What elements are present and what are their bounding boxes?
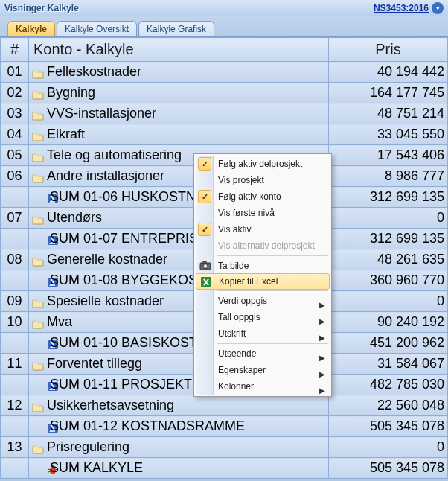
- context-menu-item[interactable]: Egenskaper▶: [196, 362, 330, 378]
- tab-kalkyle-oversikt[interactable]: Kalkyle Oversikt: [57, 21, 137, 36]
- row-num: [1, 458, 29, 479]
- tab-kalkyle-grafisk[interactable]: Kalkyle Grafisk: [138, 21, 214, 36]
- row-price: 33 045 550: [329, 124, 448, 145]
- context-menu-item[interactable]: ✓Følg aktiv delprosjekt: [196, 156, 330, 172]
- folder-icon: [32, 88, 44, 98]
- context-menu-item[interactable]: Kolonner▶: [196, 378, 330, 395]
- row-price: 40 194 442: [329, 62, 448, 83]
- folder-icon: [32, 442, 44, 453]
- camera-icon: [199, 260, 211, 272]
- context-menu-label: Egenskaper: [218, 365, 266, 375]
- context-menu-label: Følg aktiv delprosjekt: [218, 159, 302, 169]
- row-num: 09: [1, 291, 29, 312]
- row-num: 03: [1, 103, 29, 124]
- context-menu-item[interactable]: Utseende▶: [196, 345, 330, 362]
- row-price: 505 345 078: [329, 416, 448, 437]
- check-icon: ✓: [198, 190, 211, 203]
- folder-icon: [32, 296, 44, 307]
- check-icon: ✓: [198, 223, 211, 236]
- sigma-icon: [32, 275, 47, 286]
- context-menu-label: Tall oppgis: [218, 312, 260, 322]
- row-num: [1, 333, 29, 354]
- folder-icon: [32, 317, 44, 328]
- context-menu-label: Verdi oppgis: [218, 296, 267, 306]
- row-price: 312 699 135: [329, 229, 448, 249]
- row-price: 505 345 078: [329, 458, 448, 479]
- context-menu-item: Vis alternativ delprosjekt: [196, 238, 330, 254]
- row-num: 02: [1, 83, 29, 103]
- row-label: VVS-installasjoner: [29, 103, 329, 124]
- row-price: 312 699 135: [329, 187, 448, 208]
- context-menu-item[interactable]: ✓Vis aktiv: [196, 221, 330, 238]
- table-row[interactable]: 02Bygning164 177 745: [1, 83, 448, 103]
- row-price: 451 200 962: [329, 333, 448, 354]
- standard-link[interactable]: NS3453:2016: [374, 3, 429, 13]
- row-num: 08: [1, 249, 29, 270]
- context-menu-label: Vis prosjekt: [218, 175, 264, 185]
- folder-icon: [32, 171, 44, 182]
- context-menu-label: Vis første nivå: [218, 208, 275, 218]
- context-menu-label: Vis alternativ delprosjekt: [218, 241, 315, 251]
- row-label: Elkraft: [29, 124, 329, 145]
- context-menu-separator: [217, 255, 328, 256]
- context-menu-label: Følg aktiv konto: [218, 191, 281, 202]
- context-menu-item[interactable]: Ta bilde: [196, 258, 330, 274]
- table-row[interactable]: SUM KALKYLE505 345 078: [1, 458, 448, 479]
- folder-icon: [32, 130, 44, 140]
- excel-icon: [200, 276, 212, 288]
- sigma-icon: [32, 380, 47, 390]
- row-price: 0: [329, 437, 448, 458]
- table-row[interactable]: 13Prisregulering0: [1, 437, 448, 458]
- submenu-arrow-icon: ▶: [319, 383, 325, 399]
- row-price: 482 785 030: [329, 375, 448, 395]
- table-row[interactable]: SUM 01-12 KOSTNADSRAMME505 345 078: [1, 416, 448, 437]
- col-header-num[interactable]: #: [1, 38, 29, 62]
- row-price: 17 543 406: [329, 145, 448, 166]
- context-menu-item[interactable]: Tall oppgis▶: [196, 309, 330, 325]
- row-label: SUM KALKYLE: [29, 458, 329, 479]
- folder-icon: [32, 150, 44, 161]
- context-menu-label: Utskrift: [218, 328, 246, 339]
- row-label: Usikkerhetsavsetning: [29, 395, 329, 416]
- context-menu-item[interactable]: Vis prosjekt: [196, 172, 330, 188]
- table-row[interactable]: 03VVS-installasjoner48 751 214: [1, 103, 448, 124]
- row-label: Felleskostnader: [29, 62, 329, 83]
- folder-icon: [32, 109, 44, 119]
- table-row[interactable]: 12Usikkerhetsavsetning22 560 048: [1, 395, 448, 416]
- folder-icon: [32, 67, 44, 77]
- context-menu-item[interactable]: Verdi oppgis▶: [196, 293, 330, 309]
- folder-icon: [32, 359, 44, 369]
- sigma-icon: [32, 234, 47, 244]
- folder-icon: [32, 255, 44, 265]
- col-header-price[interactable]: Pris: [329, 38, 448, 62]
- row-num: [1, 375, 29, 395]
- context-menu-item[interactable]: ✓Følg aktiv konto: [196, 188, 330, 205]
- window-title: Visninger Kalkyle: [4, 3, 79, 13]
- check-icon: ✓: [198, 157, 211, 171]
- table-row[interactable]: 04Elkraft33 045 550: [1, 124, 448, 145]
- chevron-down-icon[interactable]: ▾: [432, 2, 444, 14]
- tab-kalkyle[interactable]: Kalkyle: [7, 21, 55, 36]
- row-num: 07: [1, 208, 29, 229]
- context-menu[interactable]: ✓Følg aktiv delprosjektVis prosjekt✓Følg…: [193, 153, 332, 397]
- row-price: 22 560 048: [329, 395, 448, 416]
- row-num: 12: [1, 395, 29, 416]
- row-num: [1, 416, 29, 437]
- row-price: 8 986 777: [329, 166, 448, 187]
- context-menu-item[interactable]: Kopier til Excel: [196, 273, 330, 290]
- context-menu-item[interactable]: Utskrift▶: [196, 325, 330, 342]
- context-menu-label: Kolonner: [218, 381, 254, 392]
- row-price: 48 261 635: [329, 249, 448, 270]
- context-menu-separator: [217, 343, 328, 344]
- table-row[interactable]: 01Felleskostnader40 194 442: [1, 62, 448, 83]
- row-num: [1, 229, 29, 249]
- col-header-konto[interactable]: Konto - Kalkyle: [29, 38, 329, 62]
- context-menu-separator: [217, 290, 328, 291]
- row-price: 360 960 770: [329, 270, 448, 291]
- row-price: 0: [329, 208, 448, 229]
- context-menu-item[interactable]: Vis første nivå: [196, 205, 330, 221]
- context-menu-label: Kopier til Excel: [219, 276, 278, 287]
- tab-strip: KalkyleKalkyle OversiktKalkyle Grafisk: [0, 16, 448, 36]
- context-menu-label: Vis aktiv: [218, 224, 251, 235]
- bug-icon: [32, 463, 47, 474]
